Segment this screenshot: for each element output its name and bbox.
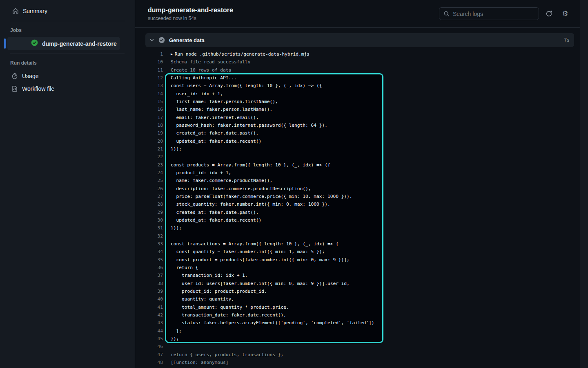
log-line-text: description: faker.commerce.productDescr… — [171, 186, 311, 191]
step-success-check-icon — [158, 37, 165, 43]
log-line-number[interactable]: 22 — [135, 154, 163, 159]
log-line-number[interactable]: 20 — [135, 139, 163, 144]
log-line-text: quantity: quantity, — [171, 296, 234, 302]
sidebar-item-summary[interactable]: Summary — [0, 5, 135, 17]
log-line-text: stock_quantity: faker.number.int({ min: … — [171, 202, 330, 207]
log-line-number[interactable]: 26 — [135, 186, 163, 191]
log-line: 34 ▶ const quantity = faker.number.int({… — [135, 248, 580, 256]
log-line: 49 ▶INSERT INTO public.users (user_id, f… — [135, 366, 580, 368]
log-line-number[interactable]: 17 — [135, 115, 163, 120]
log-line-text: updated_at: faker.date.recent() — [171, 139, 261, 144]
log-line-number[interactable]: 27 — [135, 194, 163, 199]
log-line: 1 ▶Run node .github/scripts/generate-dat… — [135, 50, 580, 58]
log-line-number[interactable]: 46 — [135, 344, 163, 349]
log-line-number[interactable]: 10 — [135, 59, 163, 65]
sidebar-summary-label: Summary — [23, 8, 47, 14]
search-logs-input[interactable] — [453, 11, 535, 17]
log-line-number[interactable]: 39 — [135, 289, 163, 294]
sidebar-usage-label: Usage — [22, 73, 38, 79]
log-line: 19 ▶ created_at: faker.date.past(), — [135, 129, 580, 137]
search-logs-box — [439, 7, 539, 20]
log-line-number[interactable]: 29 — [135, 210, 163, 215]
log-line: 31 ▶})); — [135, 224, 580, 232]
log-line-number[interactable]: 36 — [135, 265, 163, 270]
log-line: 47 ▶return { users, products, transactio… — [135, 350, 580, 358]
step-title: Generate data — [169, 37, 560, 43]
log-line-text: return { — [171, 265, 198, 270]
log-viewer: 1 ▶Run node .github/scripts/generate-dat… — [135, 47, 580, 368]
log-line-number[interactable]: 18 — [135, 123, 163, 128]
log-line-number[interactable]: 35 — [135, 257, 163, 263]
log-line: 18 ▶ password_hash: faker.internet.passw… — [135, 121, 580, 129]
log-line-number[interactable]: 47 — [135, 352, 163, 357]
log-line-number[interactable]: 30 — [135, 218, 163, 223]
chevron-down-icon[interactable] — [149, 38, 154, 43]
log-line-number[interactable]: 31 — [135, 225, 163, 231]
refresh-logs-button[interactable] — [543, 8, 555, 20]
step-header-generate-data[interactable]: Generate data 7s — [145, 33, 574, 47]
run-details-section-label: Run details — [10, 60, 135, 66]
log-line-number[interactable]: 45 — [135, 336, 163, 341]
log-line-number[interactable]: 12 — [135, 75, 163, 81]
search-icon — [443, 11, 450, 17]
log-line-text: Run node .github/scripts/generate-data-h… — [175, 52, 310, 57]
log-line: 28 ▶ stock_quantity: faker.number.int({ … — [135, 200, 580, 208]
job-title-block: dump-generate-and-restore succeeded now … — [148, 6, 233, 21]
log-line-text: const product = products[faker.number.in… — [171, 257, 350, 263]
sidebar-item-usage[interactable]: Usage — [0, 70, 135, 82]
log-line-number[interactable]: 38 — [135, 281, 163, 286]
log-line: 30 ▶ updated_at: faker.date.recent() — [135, 216, 580, 224]
run-disclosure-icon: ▶ — [171, 52, 173, 56]
log-line: 35 ▶ const product = products[faker.numb… — [135, 256, 580, 264]
log-line: 38 ▶ user_id: users[faker.number.int({ m… — [135, 280, 580, 287]
page-scrollbar-track[interactable] — [580, 0, 588, 368]
log-line-text: [Function: anonymous] — [171, 360, 228, 365]
log-line-number[interactable]: 16 — [135, 107, 163, 112]
log-line-text: updated_at: faker.date.recent() — [171, 218, 261, 223]
log-line-number[interactable]: 41 — [135, 305, 163, 310]
log-line-number[interactable]: 1 — [135, 52, 163, 57]
log-line-number[interactable]: 40 — [135, 296, 163, 302]
log-line: 42 ▶ transaction_date: faker.date.recent… — [135, 311, 580, 319]
log-line: 29 ▶ created_at: faker.date.past(), — [135, 209, 580, 216]
log-line-number[interactable]: 23 — [135, 162, 163, 168]
log-line-text: created_at: faker.date.past(), — [171, 130, 259, 136]
log-line: 13 ▶const users = Array.from({ length: 1… — [135, 82, 580, 90]
step-duration: 7s — [564, 37, 569, 43]
log-line-number[interactable]: 24 — [135, 170, 163, 175]
log-line-number[interactable]: 11 — [135, 67, 163, 73]
log-line-number[interactable]: 37 — [135, 273, 163, 278]
log-line-number[interactable]: 48 — [135, 360, 163, 365]
sidebar: Summary Jobs dump-generate-and-restore R… — [0, 0, 135, 368]
log-line-number[interactable]: 19 — [135, 130, 163, 136]
log-line-text: return { users, products, transactions }… — [171, 352, 283, 357]
log-line-number[interactable]: 43 — [135, 320, 163, 325]
log-line-text: user_id: users[faker.number.int({ min: 0… — [171, 281, 350, 286]
log-line-number[interactable]: 14 — [135, 91, 163, 96]
log-line: 41 ▶ total_amount: quantity * product.pr… — [135, 303, 580, 311]
log-line: 45 ▶}); — [135, 335, 580, 343]
log-line-number[interactable]: 21 — [135, 146, 163, 152]
sidebar-divider — [10, 54, 125, 54]
log-line-number[interactable]: 34 — [135, 249, 163, 254]
log-line-number[interactable]: 33 — [135, 241, 163, 247]
log-line-number[interactable]: 32 — [135, 233, 163, 239]
log-line-number[interactable]: 28 — [135, 202, 163, 207]
log-line-number[interactable]: 42 — [135, 312, 163, 318]
file-code-icon — [11, 85, 18, 92]
log-line: 27 ▶ price: parseFloat(faker.commerce.pr… — [135, 193, 580, 200]
log-line-number[interactable]: 13 — [135, 83, 163, 88]
log-line-text: product_id: idx + 1, — [171, 170, 231, 175]
log-line-number[interactable]: 15 — [135, 99, 163, 104]
log-line: 48 ▶[Function: anonymous] — [135, 359, 580, 366]
log-line-number[interactable]: 44 — [135, 328, 163, 334]
log-line-text: total_amount: quantity * product.price, — [171, 305, 289, 310]
log-line: 46 ▶ — [135, 343, 580, 350]
log-line-text: const quantity = faker.number.int({ min:… — [171, 249, 325, 254]
log-line-number[interactable]: 25 — [135, 178, 163, 183]
settings-gear-icon[interactable]: ⚙ — [559, 8, 571, 20]
sidebar-item-workflow-file[interactable]: Workflow file — [0, 82, 135, 95]
selected-job-accent-bar — [4, 38, 6, 49]
sidebar-item-job-dump-generate-and-restore[interactable]: dump-generate-and-restore — [7, 37, 120, 50]
log-line-text: price: parseFloat(faker.commerce.price({… — [171, 194, 352, 199]
